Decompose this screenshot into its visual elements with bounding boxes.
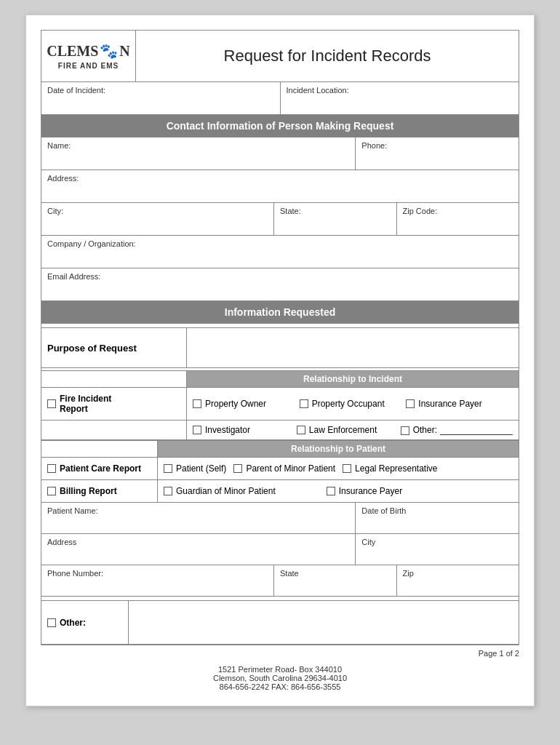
- patient-state-value[interactable]: [280, 579, 391, 592]
- insurance-payer-billing-checkbox[interactable]: [327, 487, 335, 495]
- legal-rep-label: Legal Representative: [355, 463, 437, 474]
- footer-address2: Clemson, South Carolina 29634-4010: [41, 674, 519, 682]
- relationship-incident-header: Relationship to Incident: [187, 371, 519, 387]
- guardian-minor-label: Guardian of Minor Patient: [176, 486, 276, 496]
- name-value[interactable]: [47, 151, 349, 166]
- parent-minor-checkbox[interactable]: [233, 464, 242, 473]
- other-checkbox[interactable]: [47, 618, 56, 627]
- other-value[interactable]: [129, 601, 519, 644]
- rel-patient-header-spacer: [41, 441, 158, 457]
- incident-location-value[interactable]: [287, 96, 513, 111]
- purpose-value[interactable]: [187, 328, 519, 367]
- state-value[interactable]: [280, 217, 391, 231]
- fire-incident-checkbox[interactable]: [47, 399, 56, 408]
- footer-contact: 864-656-2242 FAX: 864-656-3555: [41, 682, 519, 691]
- billing-label: Billing Report: [60, 486, 117, 496]
- relationship-patient-header: Relationship to Patient: [158, 441, 519, 457]
- legal-rep-checkbox[interactable]: [343, 464, 351, 473]
- phone-number-label: Phone Number:: [47, 569, 268, 578]
- phone-value[interactable]: [361, 151, 513, 166]
- patient-city-value[interactable]: [361, 548, 513, 561]
- company-row: Company / Organization:: [41, 236, 519, 268]
- billing-label-cell: Billing Report: [41, 480, 158, 502]
- investigator-checkbox[interactable]: [193, 426, 201, 434]
- page-number: Page 1 of 2: [41, 649, 519, 658]
- patient-care-options: Patient (Self) Parent of Minor Patient L…: [158, 458, 519, 479]
- phone-state-zip-row: Phone Number: State Zip: [41, 565, 519, 597]
- name-phone-row: Name: Phone:: [41, 138, 519, 170]
- billing-options: Guardian of Minor Patient Insurance Paye…: [158, 480, 519, 502]
- billing-checkbox[interactable]: [47, 487, 56, 495]
- property-owner-checkbox[interactable]: [193, 399, 201, 408]
- patient-state-label: State: [280, 569, 391, 578]
- dob-label: Date of Birth: [361, 506, 513, 515]
- city-value[interactable]: [47, 217, 268, 231]
- phone-number-value[interactable]: [47, 579, 268, 592]
- address-value[interactable]: [47, 184, 513, 199]
- other-incident-label: Other:: [413, 425, 437, 435]
- patient-name-dob-row: Patient Name: Date of Birth: [41, 503, 519, 534]
- parent-minor-label: Parent of Minor Patient: [246, 463, 335, 474]
- option-legal-rep: Legal Representative: [343, 463, 437, 474]
- page-header: CLEMS 🐾 N FIRE AND EMS Request for Incid…: [41, 30, 519, 82]
- incident-location-label: Incident Location:: [287, 86, 513, 95]
- city-label: City:: [47, 207, 268, 215]
- other-label: Other:: [60, 618, 86, 628]
- city-state-zip-row: City: State: Zip Code:: [41, 203, 519, 236]
- option-insurance-payer-billing: Insurance Payer: [327, 486, 402, 496]
- patient-name-value[interactable]: [47, 517, 349, 530]
- insurance-payer-billing-label: Insurance Payer: [339, 486, 402, 496]
- state-label: State:: [280, 207, 391, 215]
- footer-address1: 1521 Perimeter Road- Box 344010: [41, 665, 519, 674]
- date-incident-value[interactable]: [47, 96, 274, 111]
- page-title: Request for Incident Records: [136, 39, 519, 73]
- property-occupant-label: Property Occupant: [312, 399, 385, 409]
- law-enforcement-checkbox[interactable]: [297, 426, 305, 434]
- patient-self-checkbox[interactable]: [164, 464, 172, 473]
- rel-header-spacer: [41, 371, 187, 387]
- fire-incident-label-spacer: [41, 421, 187, 439]
- state-cell: State:: [274, 203, 397, 235]
- phone-label: Phone:: [361, 141, 513, 150]
- patient-zip-label: Zip: [403, 569, 513, 578]
- purpose-label: Purpose of Request: [41, 328, 187, 367]
- patient-address-cell: Address: [41, 534, 356, 565]
- option-insurance-payer: Insurance Payer: [406, 392, 513, 415]
- address-label: Address:: [47, 174, 513, 183]
- patient-address-value[interactable]: [47, 548, 349, 561]
- email-value[interactable]: [47, 282, 513, 297]
- rel-incident-header-row: Relationship to Incident: [41, 371, 519, 388]
- guardian-minor-checkbox[interactable]: [164, 487, 172, 495]
- fire-options-row2: Investigator Law Enforcement Other:: [187, 421, 519, 439]
- other-incident-checkbox[interactable]: [401, 426, 409, 435]
- logo-box: CLEMS 🐾 N FIRE AND EMS: [41, 31, 136, 81]
- rel-patient-header-row: Relationship to Patient: [41, 441, 519, 458]
- option-law-enforcement: Law Enforcement: [297, 425, 401, 435]
- patient-care-label-cell: Patient Care Report: [41, 458, 158, 479]
- property-occupant-checkbox[interactable]: [300, 399, 308, 408]
- fire-incident-label-cell: Fire Incident Report: [41, 388, 187, 420]
- email-row: Email Address:: [41, 268, 519, 301]
- company-value[interactable]: [47, 250, 513, 264]
- name-label: Name:: [47, 141, 349, 150]
- option-patient-self: Patient (Self): [164, 463, 226, 474]
- fire-incident-label: Fire Incident Report: [60, 394, 111, 414]
- email-label: Email Address:: [47, 272, 513, 281]
- dob-value[interactable]: [361, 517, 513, 530]
- patient-care-checkbox[interactable]: [47, 464, 56, 473]
- patient-zip-value[interactable]: [403, 579, 513, 592]
- other-incident-line[interactable]: [440, 425, 513, 435]
- logo-clems: CLEMS: [47, 43, 98, 60]
- zip-value[interactable]: [403, 217, 513, 231]
- date-location-row: Date of Incident: Incident Location:: [41, 82, 519, 115]
- patient-name-label: Patient Name:: [47, 506, 349, 515]
- fire-options-row1: Property Owner Property Occupant Insuran…: [187, 388, 519, 420]
- company-label: Company / Organization:: [47, 239, 513, 248]
- law-enforcement-label: Law Enforcement: [309, 425, 377, 435]
- name-cell: Name:: [41, 138, 356, 170]
- patient-state-cell: State: [274, 565, 397, 596]
- phone-cell: Phone:: [356, 138, 519, 170]
- other-label-cell: Other:: [41, 601, 129, 644]
- insurance-payer-checkbox[interactable]: [406, 399, 415, 408]
- option-parent-minor: Parent of Minor Patient: [233, 463, 335, 474]
